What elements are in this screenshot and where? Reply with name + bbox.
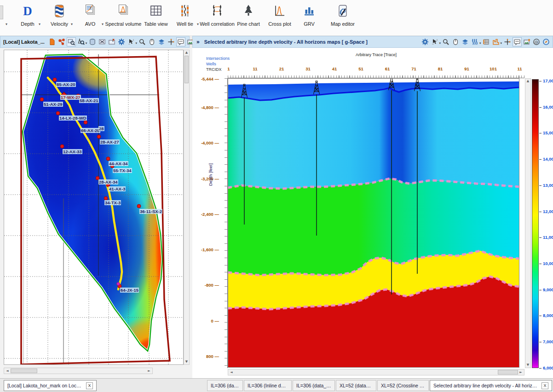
- crosshair-icon[interactable]: [167, 37, 176, 46]
- toolbar-button-spectral-volume[interactable]: Spectral volume: [104, 3, 143, 32]
- dropdown-chevron-icon[interactable]: ▾: [86, 41, 87, 45]
- toolbar-button-label: Depth: [21, 21, 34, 27]
- well-marker[interactable]: [53, 78, 57, 81]
- toolbar-button-pine-chart[interactable]: Pine chart: [236, 3, 261, 32]
- toolbar-button-avo[interactable]: AVO: [79, 3, 101, 32]
- well-marker[interactable]: [110, 164, 114, 168]
- document-tab[interactable]: IL=306 (Inline dept...: [244, 380, 292, 391]
- toolbar-button-table-view[interactable]: Table view: [142, 3, 170, 32]
- crosshair-icon[interactable]: [503, 37, 512, 46]
- magnifier-icon[interactable]: [138, 37, 147, 46]
- overflow-chevron-icon[interactable]: ▾: [6, 22, 7, 26]
- well-marker[interactable]: [106, 183, 110, 187]
- gear-icon[interactable]: [117, 37, 126, 46]
- document-tab[interactable]: XL=52 (data_3D...: [336, 380, 376, 391]
- dropdown-chevron-icon[interactable]: ▾: [439, 41, 441, 45]
- dropdown-chevron-icon[interactable]: ▾: [135, 41, 137, 45]
- toolbar-button-label: Pine chart: [237, 21, 260, 27]
- document-tab[interactable]: Selected arbitrary line depth velocity -…: [430, 380, 552, 391]
- colorbar-tick-label: 12,000: [543, 209, 553, 214]
- well-marker[interactable]: [137, 204, 141, 208]
- well-marker[interactable]: [97, 135, 101, 138]
- depth-section-canvas[interactable]: [228, 78, 524, 368]
- dropdown-chevron-icon[interactable]: ▾: [479, 41, 481, 45]
- document-tab[interactable]: [Local] Lakota_hor_mark on Location mapX: [4, 380, 97, 391]
- section-vertical-scrollbar[interactable]: ▲ ▼: [525, 78, 531, 368]
- map-horizontal-scrollbar[interactable]: ◄ ►: [4, 368, 153, 374]
- trace-tick-label: 1: [227, 66, 230, 71]
- well-marker[interactable]: [56, 111, 60, 115]
- well-marker[interactable]: [40, 98, 44, 101]
- share-network-icon[interactable]: [57, 37, 66, 46]
- map-vertical-scrollbar[interactable]: ▲ ▼: [184, 50, 190, 365]
- toolbar-button-well-correlation[interactable]: Well correlation: [200, 3, 235, 32]
- page-orange-icon[interactable]: [47, 37, 57, 46]
- document-tab[interactable]: IL=306 (data_3D...: [293, 380, 335, 391]
- trace-tick-label: 51: [358, 66, 363, 71]
- trace-tick-label: 11: [517, 66, 522, 71]
- calc-grid-icon[interactable]: [482, 37, 491, 46]
- trace-ruler: [228, 73, 524, 78]
- map-flag-icon[interactable]: [107, 37, 116, 46]
- well-marker[interactable]: [76, 94, 80, 98]
- toolbar-button-grv[interactable]: GRV: [299, 3, 319, 32]
- gear-icon[interactable]: [421, 37, 430, 46]
- colorbar-tick-mark: [539, 185, 541, 186]
- layers-icon[interactable]: [157, 37, 166, 46]
- map-exclude-icon[interactable]: [98, 37, 107, 46]
- well-marker[interactable]: [60, 144, 64, 148]
- well-marker[interactable]: [96, 176, 99, 180]
- dropdown-chevron-icon[interactable]: ▾: [71, 22, 73, 26]
- trace-tick-label: 61: [385, 66, 390, 71]
- wells-zoom-icon[interactable]: [76, 37, 86, 46]
- toolbar-button-label: Well tie: [177, 21, 193, 27]
- dropdown-chevron-icon[interactable]: ▾: [197, 22, 199, 26]
- tab-close-icon[interactable]: X: [541, 382, 548, 389]
- mouse-icon[interactable]: [147, 37, 156, 46]
- document-tab[interactable]: XL=52 (Crossline dept...: [377, 380, 429, 391]
- dropdown-chevron-icon[interactable]: ▾: [39, 22, 40, 26]
- waves-icon[interactable]: [470, 37, 479, 46]
- database-icon[interactable]: [88, 37, 97, 46]
- location-map-canvas[interactable]: [4, 50, 184, 365]
- clipped-toolbar-button[interactable]: [0, 6, 3, 19]
- export-image-icon[interactable]: [522, 37, 531, 46]
- histogram-icon[interactable]: [491, 37, 501, 46]
- trcidx-label: TRCIDX: [206, 67, 222, 72]
- intersections-label: Intersections: [206, 56, 230, 61]
- magnifier-icon[interactable]: [441, 37, 450, 46]
- toolbar-button-label: Cross plot: [268, 21, 291, 27]
- toolbar-button-well-tie[interactable]: Well tie: [173, 3, 197, 32]
- zoom-area-icon[interactable]: [67, 37, 76, 46]
- layers-icon[interactable]: [461, 37, 470, 46]
- comment-icon[interactable]: [513, 37, 522, 46]
- section-horizontal-scrollbar[interactable]: ◄ ►: [228, 369, 524, 375]
- comment-icon[interactable]: [176, 37, 185, 46]
- tab-close-icon[interactable]: X: [86, 382, 93, 389]
- compass-icon[interactable]: [541, 37, 551, 46]
- dropdown-chevron-icon[interactable]: ▾: [500, 41, 502, 45]
- collapse-chevrons-icon[interactable]: »: [193, 39, 202, 45]
- colorbar-tick-label: 7,000: [543, 339, 553, 344]
- select-arrow-icon[interactable]: [127, 37, 136, 46]
- toolbar-button-cross-plot[interactable]: Cross plot: [267, 3, 293, 32]
- mouse-icon[interactable]: [451, 37, 460, 46]
- toolbar-button-velocity[interactable]: Velocity: [46, 3, 73, 32]
- colorbar-tick-mark: [539, 316, 541, 316]
- colorbar-tick-mark: [539, 368, 541, 369]
- zoom-actual-icon[interactable]: @: [532, 37, 541, 46]
- depth-tick-label: -2,400 —: [192, 212, 219, 217]
- toolbar-button-depth[interactable]: DDepth: [17, 3, 38, 32]
- well-marker[interactable]: [104, 196, 108, 200]
- dropdown-chevron-icon[interactable]: ▾: [102, 22, 104, 26]
- well-marker[interactable]: [106, 157, 110, 161]
- tab-label: XL=52 (data_3D...: [340, 383, 373, 388]
- colorbar-tick-label: 13,000: [543, 183, 553, 188]
- tab-label: IL=306 (Inline dept...: [248, 383, 288, 388]
- select-arrow-icon[interactable]: [430, 37, 439, 46]
- colorbar-tick-mark: [539, 81, 541, 81]
- toolbar-button-map-editor[interactable]: Map editor: [328, 3, 357, 32]
- document-tab[interactable]: IL=306 (data_3D...: [207, 380, 243, 391]
- well-marker[interactable]: [84, 121, 87, 124]
- colorbar-tick-label: 10,000: [543, 261, 553, 266]
